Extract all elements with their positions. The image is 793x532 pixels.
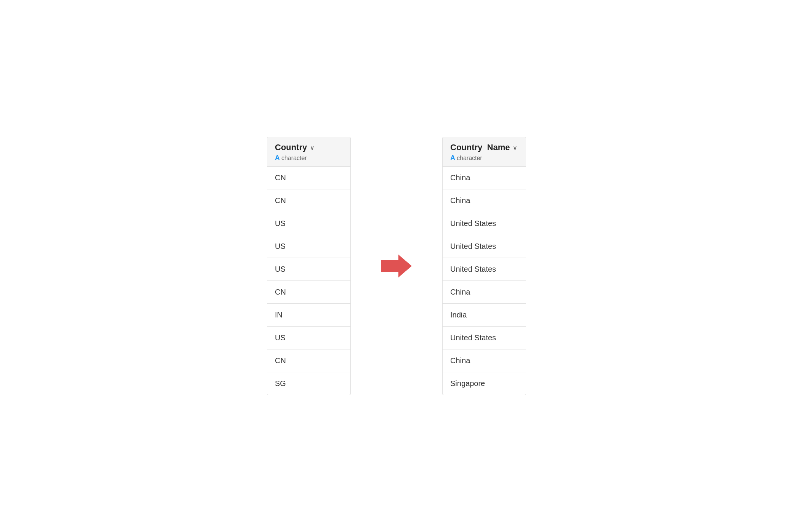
right-column-title: Country_Name	[450, 143, 510, 152]
left-column-title: Country	[275, 143, 307, 152]
left-header-title-row: Country ∨	[275, 143, 343, 152]
right-table-row: China	[443, 349, 526, 372]
left-table-row: CN	[267, 167, 350, 189]
left-table-row: CN	[267, 349, 350, 372]
right-arrow-icon	[381, 255, 412, 277]
right-table-row: United States	[443, 327, 526, 349]
right-type-label: character	[457, 155, 482, 162]
left-type-row: A character	[275, 154, 343, 162]
left-table-row: US	[267, 258, 350, 281]
right-type-row: A character	[450, 154, 518, 162]
arrow-container	[381, 255, 412, 277]
left-table-row: SG	[267, 372, 350, 395]
right-table-row: Singapore	[443, 372, 526, 395]
left-table-body: CNCNUSUSUSCNINUSCNSG	[267, 167, 350, 395]
left-table-row: US	[267, 327, 350, 349]
right-table-row: United States	[443, 235, 526, 258]
left-table-row: US	[267, 212, 350, 235]
right-table-body: ChinaChinaUnited StatesUnited StatesUnit…	[443, 167, 526, 395]
left-type-label: character	[281, 155, 307, 162]
left-table-row: IN	[267, 304, 350, 327]
right-table-header: Country_Name ∨ A character	[443, 137, 526, 167]
right-table-row: China	[443, 189, 526, 212]
right-header-title-row: Country_Name ∨	[450, 143, 518, 152]
left-table-row: CN	[267, 189, 350, 212]
right-table-row: China	[443, 167, 526, 189]
right-table-row: India	[443, 304, 526, 327]
right-type-icon: A	[450, 154, 455, 162]
left-table-row: US	[267, 235, 350, 258]
svg-marker-0	[381, 255, 412, 277]
right-chevron-icon[interactable]: ∨	[513, 144, 517, 151]
right-table-row: China	[443, 281, 526, 304]
left-type-icon: A	[275, 154, 280, 162]
left-table-header: Country ∨ A character	[267, 137, 350, 167]
right-table: Country_Name ∨ A character ChinaChinaUni…	[442, 137, 526, 395]
left-table-row: CN	[267, 281, 350, 304]
right-table-row: United States	[443, 212, 526, 235]
right-table-row: United States	[443, 258, 526, 281]
left-chevron-icon[interactable]: ∨	[310, 144, 315, 151]
page-container: Country ∨ A character CNCNUSUSUSCNINUSCN…	[267, 137, 526, 395]
left-table: Country ∨ A character CNCNUSUSUSCNINUSCN…	[267, 137, 351, 395]
